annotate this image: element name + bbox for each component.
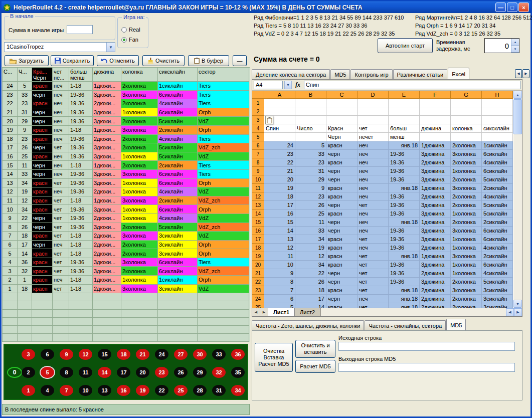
excel-cell[interactable]: 6сиклайн xyxy=(482,150,513,158)
excel-cell[interactable]: 5сиклайн xyxy=(482,278,513,286)
excel-row-header[interactable]: 2 xyxy=(252,107,264,116)
excel-cell[interactable]: чет xyxy=(358,252,389,261)
excel-cell[interactable]: черн xyxy=(326,175,358,184)
excel-cell[interactable] xyxy=(358,107,389,116)
delay-spinner[interactable]: 0 ▲ ▼ xyxy=(484,38,519,53)
excel-cell[interactable]: колонка xyxy=(451,124,482,133)
formula-bar[interactable]: Спин xyxy=(304,81,520,89)
excel-cell[interactable]: янв.18 xyxy=(389,295,420,303)
excel-cell[interactable]: чет xyxy=(358,303,389,308)
excel-cell[interactable]: 19-36 xyxy=(389,192,420,201)
excel-cell[interactable] xyxy=(420,99,451,107)
excel-cell[interactable]: Спин xyxy=(264,124,295,133)
excel-cell[interactable] xyxy=(295,116,326,124)
excel-cell[interactable]: чет xyxy=(358,201,389,210)
delay-value[interactable]: 0 xyxy=(485,39,511,53)
excel-cell[interactable]: 3дюжина xyxy=(420,278,451,286)
title-bar[interactable]: HelperRoullet 4.2 - create helperroullet… xyxy=(2,2,530,13)
sheet-tab-2[interactable]: Лист2 xyxy=(295,308,320,316)
excel-cell[interactable]: 2колонка xyxy=(451,278,482,286)
excel-cell[interactable]: 9 xyxy=(264,269,295,278)
excel-cell[interactable]: 6сиклайн xyxy=(482,167,513,175)
excel-cell[interactable] xyxy=(326,99,358,107)
excel-cell[interactable]: 19-36 xyxy=(389,278,420,286)
excel-cell[interactable]: 2колонка xyxy=(451,175,482,184)
excel-cell[interactable]: 3сиклайн xyxy=(482,303,513,308)
radio-option-fan[interactable]: Fan xyxy=(121,35,140,45)
excel-row-header[interactable]: 17 xyxy=(252,235,264,244)
excel-row-header[interactable]: 10 xyxy=(252,175,264,184)
excel-cell[interactable] xyxy=(326,116,358,124)
excel-row-header[interactable]: 8 xyxy=(252,158,264,167)
vertical-scrollbar[interactable]: ▲ ▼ xyxy=(513,91,522,308)
excel-cell[interactable]: 2сиклайн xyxy=(482,184,513,192)
excel-cell[interactable]: 12 xyxy=(295,252,326,261)
excel-cell[interactable]: красн xyxy=(326,252,358,261)
excel-cell[interactable]: 2колонка xyxy=(451,192,482,201)
excel-cell[interactable]: чет xyxy=(358,269,389,278)
excel-cell[interactable]: черн xyxy=(326,227,358,235)
excel-row-header[interactable]: 11 xyxy=(252,184,264,192)
excel-cell[interactable] xyxy=(358,99,389,107)
excel-cell[interactable]: 19-36 xyxy=(389,261,420,269)
scroll-right-icon[interactable]: ▶ xyxy=(514,308,522,316)
spinner-down-icon[interactable]: ▼ xyxy=(511,46,519,53)
excel-cell[interactable] xyxy=(420,107,451,116)
excel-cell[interactable]: 2колонка xyxy=(451,158,482,167)
excel-cell[interactable]: Черн xyxy=(326,133,358,141)
excel-cell[interactable] xyxy=(264,99,295,107)
load-button[interactable]: Загрузить xyxy=(5,55,49,66)
excel-cell[interactable]: 4сиклайн xyxy=(482,158,513,167)
excel-cell[interactable]: неч xyxy=(358,244,389,252)
excel-cell[interactable]: неч xyxy=(358,167,389,175)
excel-cell[interactable]: черн xyxy=(326,201,358,210)
excel-cell[interactable]: 2колонка xyxy=(451,295,482,303)
excel-cell[interactable]: 23 xyxy=(295,192,326,201)
excel-cell[interactable]: янв.18 xyxy=(389,218,420,227)
excel-row-header[interactable]: 15 xyxy=(252,218,264,227)
excel-cell[interactable] xyxy=(264,133,295,141)
excel-cell[interactable]: 19 xyxy=(295,244,326,252)
tab-scroll-left-icon[interactable]: ◀ xyxy=(515,69,522,78)
excel-cell[interactable]: 3колонка xyxy=(451,252,482,261)
excel-cell[interactable]: 23 xyxy=(295,158,326,167)
excel-row-header[interactable]: 22 xyxy=(252,278,264,286)
excel-cell[interactable]: неч xyxy=(358,141,389,150)
excel-cell[interactable]: 19-36 xyxy=(389,175,420,184)
excel-column-header[interactable]: C xyxy=(326,91,358,99)
excel-cell[interactable] xyxy=(295,133,326,141)
excel-column-header[interactable]: A xyxy=(264,91,295,99)
excel-cell[interactable]: неч xyxy=(358,295,389,303)
excel-cell[interactable]: дюжина xyxy=(420,124,451,133)
scrollbar-thumb[interactable] xyxy=(513,99,522,134)
excel-cell[interactable] xyxy=(482,99,513,107)
minimize-button[interactable]: — xyxy=(495,3,506,12)
excel-cell[interactable]: 23 xyxy=(264,150,295,158)
excel-cell[interactable]: 24 xyxy=(264,141,295,150)
excel-cell[interactable]: 18 xyxy=(295,286,326,295)
excel-cell[interactable] xyxy=(420,133,451,141)
excel-cell[interactable]: красн xyxy=(326,303,358,308)
excel-cell[interactable]: 1колонка xyxy=(451,167,482,175)
excel-cell[interactable]: 5 xyxy=(264,303,295,308)
excel-cell[interactable] xyxy=(451,133,482,141)
excel-cell[interactable]: 29 xyxy=(295,175,326,184)
excel-cell[interactable]: 5сиклайн xyxy=(482,201,513,210)
excel-cell[interactable]: 11 xyxy=(295,218,326,227)
excel-cell[interactable]: черн xyxy=(326,295,358,303)
excel-cell[interactable]: 1сиклайн xyxy=(482,141,513,150)
excel-cell[interactable] xyxy=(451,99,482,107)
excel-cell[interactable]: 3дюжина xyxy=(420,201,451,210)
sheet-next-icon[interactable]: ▶ xyxy=(260,308,268,316)
excel-cell[interactable]: красн xyxy=(326,184,358,192)
bottom-tab-3[interactable]: MD5 xyxy=(446,319,466,330)
excel-cell[interactable]: 2дюжина xyxy=(420,244,451,252)
excel-cell[interactable]: янв.18 xyxy=(389,303,420,308)
to-buffer-button[interactable]: В буфер xyxy=(188,55,229,66)
excel-cell[interactable]: 2сиклайн xyxy=(482,252,513,261)
excel-corner[interactable] xyxy=(252,91,264,99)
excel-cell[interactable]: 2дюжина xyxy=(420,158,451,167)
excel-cell[interactable]: неч xyxy=(358,218,389,227)
excel-cell[interactable]: черн xyxy=(326,150,358,158)
excel-row-header[interactable]: 9 xyxy=(252,167,264,175)
